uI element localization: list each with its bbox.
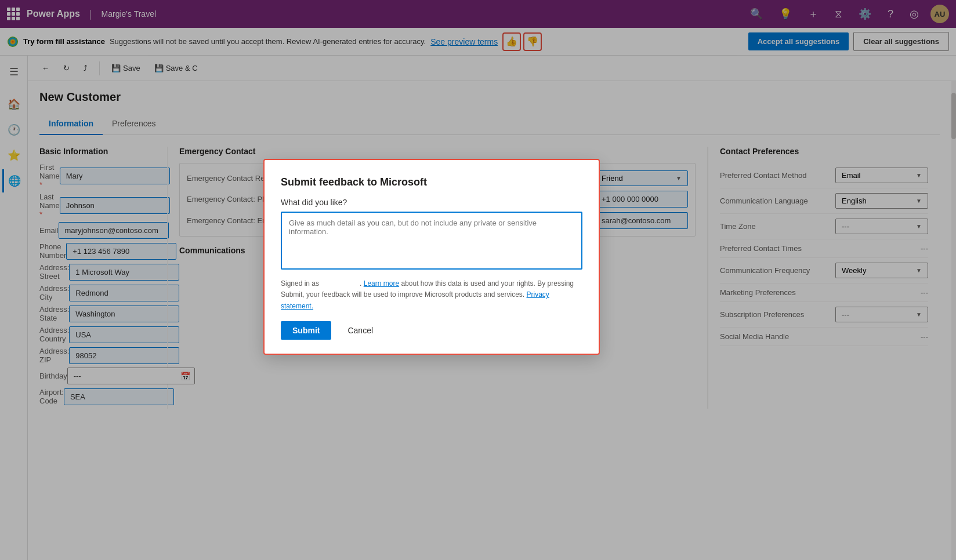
modal-actions: Submit Cancel [281,321,582,340]
modal-title: Submit feedback to Microsoft [281,176,582,188]
modal-cancel-button[interactable]: Cancel [336,321,385,340]
feedback-modal: Submit feedback to Microsoft What did yo… [263,159,600,355]
signed-in-text: Signed in as . [281,279,361,288]
modal-feedback-textarea[interactable] [281,212,582,270]
modal-submit-button[interactable]: Submit [281,321,331,340]
modal-question-label: What did you like? [281,198,582,207]
modal-overlay: Submit feedback to Microsoft What did yo… [0,0,956,560]
learn-more-link[interactable]: Learn more [364,279,399,288]
modal-footer-text: Signed in as . Learn more about how this… [281,278,582,312]
